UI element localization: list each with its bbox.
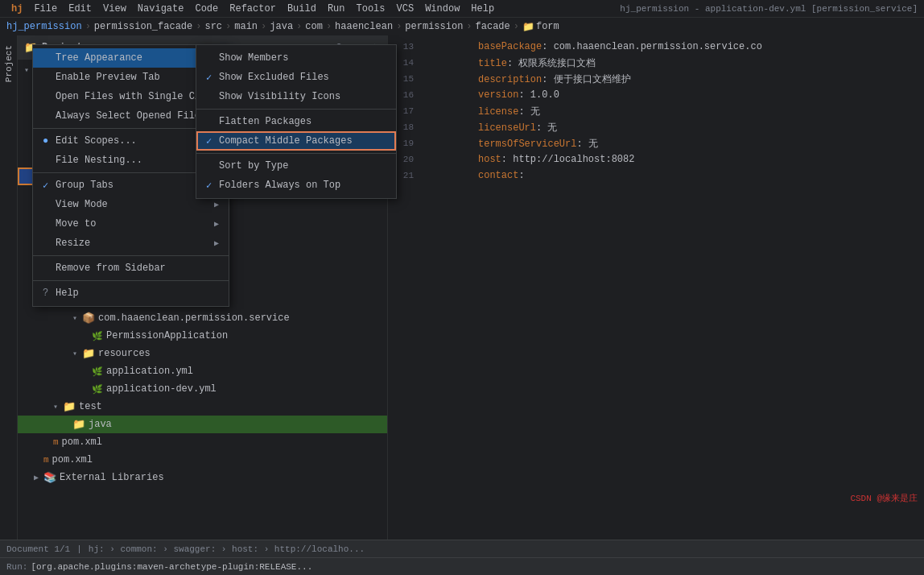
app-label: PermissionApplication (106, 330, 228, 341)
svc-pkg-icon: 📦 (82, 312, 95, 325)
breadcrumb-facade[interactable]: permission_facade (94, 21, 192, 32)
tree-appearance-label: Tree Appearance (56, 52, 214, 64)
project-tab[interactable]: Project (2, 39, 15, 89)
menu-help[interactable]: Help (466, 2, 499, 16)
menu-build[interactable]: Build (283, 2, 321, 16)
edit-scopes-label: Edit Scopes... (56, 135, 219, 147)
breadcrumb-main[interactable]: main (234, 21, 258, 32)
separator (33, 255, 229, 256)
tree-row[interactable]: ▾ 📁 resources (18, 345, 387, 362)
breadcrumb-java[interactable]: java (270, 21, 293, 32)
pom3-icon: m (43, 455, 49, 465)
tree-row[interactable]: ▶ m pom.xml (18, 433, 387, 451)
spring-icon: 🌿 (92, 331, 103, 341)
tree-row[interactable]: ▶ 🌿 application.yml (18, 362, 387, 380)
app-icon: hj (6, 2, 27, 16)
extlib-label: External Libraries (60, 472, 164, 483)
separator: | (76, 544, 82, 554)
menu-show-excluded[interactable]: ✓ Show Excluded Files (196, 68, 396, 87)
show-excluded-check: ✓ (206, 72, 219, 84)
res-folder-icon: 📁 (82, 347, 95, 360)
doc-info: Document 1/1 (6, 544, 70, 554)
menu-show-members[interactable]: Show Members (196, 48, 396, 68)
tree-row[interactable]: ▶ 🌿 application-dev.yml (18, 380, 387, 398)
run-content: [org.apache.plugins:maven-archetype-plug… (31, 562, 312, 572)
flatten-packages-label: Flatten Packages (219, 116, 386, 127)
pom2-label: pom.xml (62, 436, 102, 448)
move-to-arrow: ▶ (214, 219, 219, 229)
tree-row[interactable]: ▶ 📁 java (18, 416, 387, 433)
help-question: ? (43, 288, 56, 299)
breadcrumb: hj_permission › permission_facade › src … (0, 18, 924, 35)
menu-help[interactable]: ? Help (33, 283, 229, 303)
breadcrumb-haaenclean[interactable]: haaenclean (335, 21, 393, 32)
enable-preview-label: Enable Preview Tab (56, 72, 219, 83)
tree-row[interactable]: ▶ m pom.xml (18, 451, 387, 469)
menu-folders-top[interactable]: ✓ Folders Always on Top (196, 176, 396, 195)
window-title: hj_permission - application-dev.yml [per… (620, 4, 918, 14)
breadcrumb-src[interactable]: src (204, 21, 222, 32)
bottom-bar: Document 1/1 | hj: › common: › swagger: … (0, 540, 924, 557)
separator (33, 280, 229, 281)
menu-resize[interactable]: Resize ▶ (33, 234, 229, 253)
show-members-label: Show Members (219, 52, 386, 64)
sort-type-label: Sort by Type (219, 160, 386, 172)
group-tabs-label: Group Tabs (56, 180, 219, 191)
file-nesting-label: File Nesting... (56, 155, 219, 166)
show-excluded-label: Show Excluded Files (219, 72, 386, 83)
pom3-label: pom.xml (52, 454, 93, 465)
res-label: resources (98, 348, 151, 359)
left-strip: Project (0, 35, 18, 540)
view-mode-arrow: ▶ (214, 200, 219, 209)
devyml-label: application-dev.yml (106, 383, 217, 395)
show-visibility-label: Show Visibility Icons (219, 91, 386, 102)
help-label: Help (56, 288, 219, 299)
remove-sidebar-label: Remove from Sidebar (56, 263, 219, 274)
tree-row[interactable]: ▶ 📚 External Libraries (18, 469, 387, 486)
submenu-tree-appearance: Show Members ✓ Show Excluded Files Show … (196, 44, 397, 199)
menu-edit[interactable]: Edit (64, 2, 97, 16)
test-folder-icon: 📁 (63, 400, 76, 413)
menu-refactor[interactable]: Refactor (225, 2, 281, 16)
breadcrumb-permpkg[interactable]: facade (476, 21, 510, 32)
folders-top-label: Folders Always on Top (219, 180, 386, 191)
menu-flatten-packages[interactable]: Flatten Packages (196, 112, 396, 131)
resize-arrow: ▶ (214, 238, 219, 248)
menu-code[interactable]: Code (190, 2, 223, 16)
testjava-folder-icon: 📁 (72, 418, 85, 431)
menu-sort-type[interactable]: Sort by Type (196, 156, 396, 176)
menu-tools[interactable]: Tools (352, 2, 390, 16)
breadcrumb-permission[interactable]: permission (405, 21, 463, 32)
menu-navigate[interactable]: Navigate (133, 2, 189, 16)
tree-row[interactable]: ▶ 🌿 PermissionApplication (18, 327, 387, 345)
tree-row[interactable]: ▾ 📁 test (18, 398, 387, 416)
test-arrow[interactable]: ▾ (53, 402, 63, 412)
view-mode-label: View Mode (56, 199, 214, 210)
breadcrumb-com[interactable]: com (305, 21, 323, 32)
menu-window[interactable]: Window (420, 2, 464, 16)
menu-remove-sidebar[interactable]: Remove from Sidebar (33, 259, 229, 278)
menu-move-to[interactable]: Move to ▶ (33, 214, 229, 234)
menu-view[interactable]: View (98, 2, 131, 16)
testjava-label: java (89, 419, 112, 430)
menu-show-visibility[interactable]: Show Visibility Icons (196, 87, 396, 106)
breadcrumb-hj[interactable]: hj_permission (6, 21, 82, 32)
svc-pkg-arrow[interactable]: ▾ (72, 313, 82, 323)
tree-row[interactable]: ▾ 📦 com.haaenclean.permission.service (18, 309, 387, 327)
breadcrumb-form[interactable]: form (536, 21, 559, 32)
res-arrow[interactable]: ▾ (72, 349, 82, 358)
compact-check: ✓ (206, 135, 219, 147)
separator (196, 153, 396, 154)
menu-compact-middle[interactable]: ✓ Compact Middle Packages (196, 131, 396, 151)
menu-file[interactable]: File (29, 2, 62, 16)
open-single-label: Open Files with Single Click (56, 91, 219, 102)
menu-vcs[interactable]: VCS (392, 2, 419, 16)
yml-label: application.yml (106, 366, 193, 377)
pom2-icon: m (53, 437, 59, 447)
extlib-arrow[interactable]: ▶ (34, 473, 43, 482)
separator (196, 109, 396, 110)
menu-run[interactable]: Run (323, 2, 350, 16)
extlib-icon: 📚 (43, 471, 56, 484)
folders-check: ✓ (206, 180, 219, 192)
code-area: 13 basePackage: com.haaenclean.permissio… (388, 35, 924, 540)
